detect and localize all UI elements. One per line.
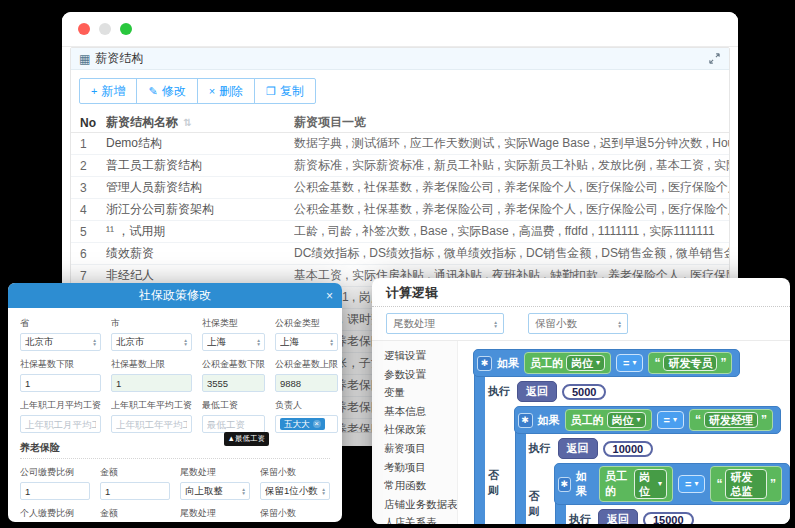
- col-structure-name[interactable]: 薪资结构名称 ⇅: [106, 114, 294, 131]
- else-slot: ✱ 如果 员工的 岗位 ▾ = ▾ “ 研发总监 ” 执行: [555, 463, 790, 524]
- sidebar-item-逻辑设置[interactable]: 逻辑设置: [384, 346, 457, 365]
- sidebar-item-薪资项目[interactable]: 薪资项目: [384, 439, 457, 458]
- select-保留小数[interactable]: 保留1位小数▴▾: [260, 482, 330, 500]
- logic-sidebar: 逻辑设置参数设置变量基本信息社保政策薪资项目考勤项目常用函数店铺业务数据表人店关…: [372, 341, 458, 524]
- string-block[interactable]: “ 研发经理 ”: [689, 409, 773, 431]
- return-block[interactable]: 返回 15000: [598, 509, 694, 524]
- tail-processing-select[interactable]: 尾数处理 ▴▾: [386, 313, 504, 334]
- sidebar-item-参数设置[interactable]: 参数设置: [384, 365, 457, 384]
- field-dropdown[interactable]: 岗位 ▾: [607, 412, 646, 428]
- sidebar-item-常用函数[interactable]: 常用函数: [384, 476, 457, 495]
- gear-icon[interactable]: ✱: [477, 356, 492, 371]
- close-icon[interactable]: ×: [326, 283, 333, 308]
- table-row[interactable]: 2 普工员工薪资结构 薪资标准 , 实际薪资标准 , 新员工补贴 , 实际新员工…: [71, 155, 729, 177]
- input-社保基数下限[interactable]: [25, 378, 96, 389]
- return-value[interactable]: 10000: [603, 441, 654, 457]
- form-cell: 上年职工年平均工资: [111, 397, 192, 433]
- form-cell: 公司缴费比例: [20, 464, 90, 500]
- chevron-down-icon: ▾: [637, 416, 641, 424]
- return-value[interactable]: 15000: [643, 512, 694, 525]
- string-field[interactable]: 研发经理: [704, 412, 758, 428]
- minimize-window-button[interactable]: [99, 23, 111, 35]
- then-label: 执行: [569, 512, 591, 524]
- zoom-window-button[interactable]: [120, 23, 132, 35]
- if-block[interactable]: ✱ 如果 员工的 岗位 ▾ = ▾ “ 研发专员 ” 执行: [474, 349, 790, 524]
- modal-header: 社保政策修改 ×: [8, 283, 342, 308]
- select-value: 上海: [207, 336, 226, 349]
- row-structure-name: 普工员工薪资结构: [106, 157, 294, 174]
- operator-block[interactable]: = ▾: [678, 475, 705, 493]
- expand-icon[interactable]: [708, 52, 721, 65]
- select-arrows-icon: ▴▾: [322, 487, 325, 495]
- string-field[interactable]: 研发专员: [663, 355, 717, 371]
- table-row[interactable]: 1 Demo结构 数据字典 , 测试循环 , 应工作天数测试 , 实际Wage …: [71, 133, 729, 155]
- operator-value: =: [623, 357, 629, 369]
- form-cell: 上年职工月平均工资: [20, 397, 101, 433]
- form-cell: 尾数处理 四舍五入▴▾: [180, 505, 250, 522]
- input-金额[interactable]: [105, 486, 165, 497]
- if-block[interactable]: ✱ 如果 员工的 岗位 ▾ = ▾ “ 研发经理 ” 执行: [515, 406, 790, 524]
- gear-icon[interactable]: ✱: [558, 477, 571, 492]
- table-row[interactable]: 4 浙江分公司薪资架构 公积金基数 , 社保基数 , 养老保险公司 , 养老保险…: [71, 199, 729, 221]
- input-公积金基数下限[interactable]: [207, 378, 260, 389]
- select-arrows-icon: ▴▾: [330, 338, 333, 346]
- table-row[interactable]: 6 绩效薪资 DC绩效指标 , DS绩效指标 , 微单绩效指标 , DC销售金额…: [71, 243, 729, 265]
- sidebar-item-店铺业务数据表[interactable]: 店铺业务数据表: [384, 495, 457, 514]
- operator-block[interactable]: = ▾: [616, 354, 643, 372]
- quote-close: ”: [770, 478, 776, 490]
- field-label: 最低工资: [202, 399, 265, 412]
- sidebar-item-社保政策[interactable]: 社保政策: [384, 420, 457, 439]
- select-省[interactable]: 北京市▴▾: [20, 333, 101, 351]
- string-field[interactable]: 研发总监: [725, 469, 767, 499]
- table-row[interactable]: 3 管理人员薪资结构 公积金基数 , 社保基数 , 养老保险公司 , 养老保险个…: [71, 177, 729, 199]
- gear-icon[interactable]: ✱: [518, 413, 533, 428]
- return-value[interactable]: 5000: [562, 384, 606, 400]
- input-上年职工年平均工资[interactable]: [116, 419, 187, 430]
- operator-block[interactable]: = ▾: [657, 411, 684, 429]
- plus-button[interactable]: + 新增: [79, 78, 137, 104]
- field-公积金基数下限: [202, 374, 265, 392]
- employee-field-block[interactable]: 员工的 岗位 ▾: [565, 409, 652, 431]
- pension-fields-grid: 公司缴费比例 金额 尾数处理 向上取整▴▾ 保留小数 保留1位小数▴▾ 个人缴费…: [20, 464, 330, 522]
- select-尾数处理[interactable]: 向上取整▴▾: [180, 482, 250, 500]
- input-上年职工月平均工资[interactable]: [25, 419, 96, 430]
- edit-button[interactable]: ✎ 修改: [136, 78, 197, 104]
- field-label: 金额: [100, 466, 170, 479]
- close-window-button[interactable]: [78, 23, 90, 35]
- input-公积金基数上限[interactable]: [280, 378, 333, 389]
- input-公司缴费比例[interactable]: [25, 486, 85, 497]
- keep-decimal-select[interactable]: 保留小数 ▴▾: [528, 313, 628, 334]
- select-arrows-icon: ▴▾: [257, 338, 260, 346]
- select-市[interactable]: 北京市▴▾: [111, 333, 192, 351]
- select-公积金类型[interactable]: 上海▴▾: [275, 333, 338, 351]
- return-block[interactable]: 返回 5000: [517, 381, 606, 402]
- if-block[interactable]: ✱ 如果 员工的 岗位 ▾ = ▾ “ 研发总监 ” 执行: [555, 463, 790, 524]
- else-row: 否则 ✱ 如果 员工的 岗位 ▾ = ▾ “ 研发经理 ”: [488, 406, 790, 524]
- row-structure-name: 绩效薪资: [106, 245, 294, 262]
- select-社保类型[interactable]: 上海▴▾: [202, 333, 265, 351]
- sort-icon[interactable]: ⇅: [183, 117, 191, 128]
- field-dropdown[interactable]: 岗位 ▾: [566, 355, 605, 371]
- string-block[interactable]: “ 研发总监 ”: [710, 466, 782, 502]
- sidebar-item-人店关系表[interactable]: 人店关系表: [384, 513, 457, 524]
- input-社保基数上限[interactable]: [116, 378, 187, 389]
- remove-tag-icon[interactable]: ×: [313, 420, 321, 428]
- copy-button[interactable]: ❐ 复制: [254, 78, 316, 104]
- string-value: 研发总监: [730, 470, 762, 498]
- owner-field[interactable]: 五大大×: [275, 415, 338, 433]
- field-dropdown[interactable]: 岗位 ▾: [634, 469, 667, 499]
- return-block[interactable]: 返回 10000: [558, 438, 654, 459]
- input-最低工资[interactable]: [207, 419, 260, 430]
- string-block[interactable]: “ 研发专员 ”: [648, 352, 732, 374]
- table-header-row: No 薪资结构名称 ⇅ 薪资项目一览: [71, 110, 729, 133]
- close-button[interactable]: × 删除: [197, 78, 255, 104]
- employee-field-block[interactable]: 员工的 岗位 ▾: [524, 352, 611, 374]
- tail-processing-value: 尾数处理: [393, 317, 435, 331]
- sidebar-item-考勤项目[interactable]: 考勤项目: [384, 458, 457, 477]
- table-row[interactable]: 5 ¹¹ ，试用期 工龄 , 司龄 , 补签次数 , Base , 实际Base…: [71, 221, 729, 243]
- sidebar-item-变量[interactable]: 变量: [384, 383, 457, 402]
- sidebar-item-基本信息[interactable]: 基本信息: [384, 402, 457, 421]
- blockly-canvas[interactable]: ✱ 如果 员工的 岗位 ▾ = ▾ “ 研发专员 ” 执行: [458, 341, 790, 524]
- field-label: 金额: [100, 507, 170, 520]
- employee-field-block[interactable]: 员工的 岗位 ▾: [599, 466, 673, 502]
